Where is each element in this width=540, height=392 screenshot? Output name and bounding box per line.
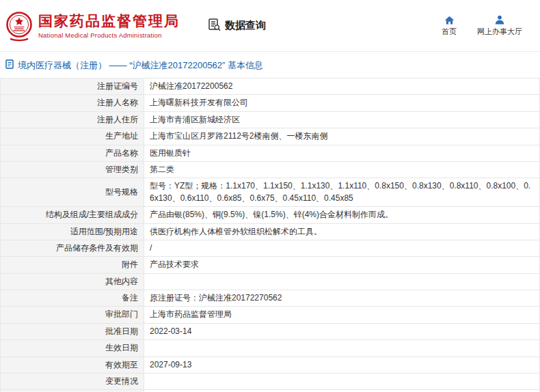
org-name-en: National Medical Products Administration: [38, 31, 180, 39]
row-value: 上海市青浦区新城经济区: [144, 111, 540, 128]
row-label: 附件: [1, 257, 144, 273]
row-value: [144, 374, 540, 390]
header-right-nav: 首页 网上办事大厅: [442, 15, 522, 37]
table-row: 其他内容: [1, 273, 540, 290]
row-label: 其他内容: [1, 273, 144, 290]
row-label: 适用范围/预期用途: [1, 223, 144, 240]
table-row: 注册证编号沪械注准20172200562: [1, 79, 540, 95]
row-label: 注册人住所: [1, 111, 144, 128]
row-label: 结构及组成/主要组成成分: [1, 207, 144, 223]
row-label: 生效日期: [1, 340, 144, 356]
row-value: [144, 340, 540, 356]
page-title-bar: 境内医疗器械（注册） —— “沪械注准20172200562” 基本信息: [0, 52, 540, 78]
row-label: 生产地址: [1, 128, 144, 145]
document-icon: [5, 59, 14, 72]
table-row: 适用范围/预期用途供医疗机构作人体椎管外软组织松解术的工具。: [1, 223, 540, 240]
data-query-icon: [207, 18, 221, 33]
nav-home[interactable]: 首页: [442, 15, 457, 37]
info-table-body: 注册证编号沪械注准20172200562注册人名称上海曙新科技开发有限公司注册人…: [1, 79, 540, 392]
row-label: 型号规格: [1, 178, 144, 207]
row-label: 变更情况: [1, 374, 144, 390]
user-icon: [495, 15, 504, 25]
row-value: /: [144, 240, 540, 256]
table-row: 结构及组成/主要组成成分产品由银(85%)、铜(9.5%)、镍(1.5%)、锌(…: [1, 207, 540, 223]
table-row: 审批部门上海市药品监督管理局: [1, 307, 540, 323]
row-value: 供医疗机构作人体椎管外软组织松解术的工具。: [144, 223, 540, 240]
row-value: 上海市药品监督管理局: [144, 307, 540, 323]
site-header: 国家药品监督管理局 National Medical Products Admi…: [0, 0, 540, 52]
data-query-label: 数据查询: [225, 19, 266, 32]
row-label: 有效期至: [1, 356, 144, 373]
nav-data-query[interactable]: 数据查询: [207, 18, 266, 33]
registration-info-table: 注册证编号沪械注准20172200562注册人名称上海曙新科技开发有限公司注册人…: [0, 78, 540, 392]
table-row: 批准日期2022-03-14: [1, 323, 540, 339]
row-value: 医用银质针: [144, 145, 540, 161]
table-row: 生效日期: [1, 340, 540, 356]
row-value: 产品由银(85%)、铜(9.5%)、镍(1.5%)、锌(4%)合金材料制作而成。: [144, 207, 540, 223]
row-label: 管理类别: [1, 161, 144, 178]
row-label: 注册人名称: [1, 95, 144, 111]
table-row: 变更情况: [1, 374, 540, 390]
table-row: 注册人名称上海曙新科技开发有限公司: [1, 95, 540, 111]
row-value: [144, 273, 540, 290]
nav-home-label: 首页: [442, 27, 457, 37]
row-value: 型号：YZ型；规格：1.1x170、1.1x150、1.1x130、1.1x11…: [144, 178, 540, 207]
row-value: 原注册证号：沪械注准20172270562: [144, 290, 540, 307]
row-label: 审批部门: [1, 307, 144, 323]
page-title: 境内医疗器械（注册） —— “沪械注准20172200562” 基本信息: [18, 59, 263, 72]
row-value: 2022-03-14: [144, 323, 540, 339]
table-row: 附件产品技术要求: [1, 257, 540, 273]
row-label: 批准日期: [1, 323, 144, 339]
table-row: 产品名称医用银质针: [1, 145, 540, 161]
brand-text: 国家药品监督管理局 National Medical Products Admi…: [38, 12, 180, 39]
row-value: 产品技术要求: [144, 257, 540, 273]
table-row: 管理类别第二类: [1, 161, 540, 178]
table-row: 注册人住所上海市青浦区新城经济区: [1, 111, 540, 128]
row-label: 产品名称: [1, 145, 144, 161]
national-emblem-logo: [5, 10, 33, 42]
table-row: 有效期至2027-09-13: [1, 356, 540, 373]
row-value: 上海市宝山区月罗路2112号2楼南侧、一楼东南侧: [144, 128, 540, 145]
home-icon: [444, 15, 455, 25]
row-label: 产品储存条件及有效期: [1, 240, 144, 256]
row-label: 备注: [1, 290, 144, 307]
row-value: 上海曙新科技开发有限公司: [144, 95, 540, 111]
table-row: 产品储存条件及有效期/: [1, 240, 540, 256]
row-value: 沪械注准20172200562: [144, 79, 540, 95]
nav-service-hall[interactable]: 网上办事大厅: [477, 15, 522, 37]
org-name-cn: 国家药品监督管理局: [38, 12, 180, 29]
brand: 国家药品监督管理局 National Medical Products Admi…: [5, 10, 180, 42]
table-row: 型号规格型号：YZ型；规格：1.1x170、1.1x150、1.1x130、1.…: [1, 178, 540, 207]
row-value: 第二类: [144, 161, 540, 178]
table-row: 备注原注册证号：沪械注准20172270562: [1, 290, 540, 307]
row-label: 注册证编号: [1, 79, 144, 95]
row-value: 2027-09-13: [144, 356, 540, 373]
nav-service-hall-label: 网上办事大厅: [477, 27, 522, 37]
table-row: 生产地址上海市宝山区月罗路2112号2楼南侧、一楼东南侧: [1, 128, 540, 145]
